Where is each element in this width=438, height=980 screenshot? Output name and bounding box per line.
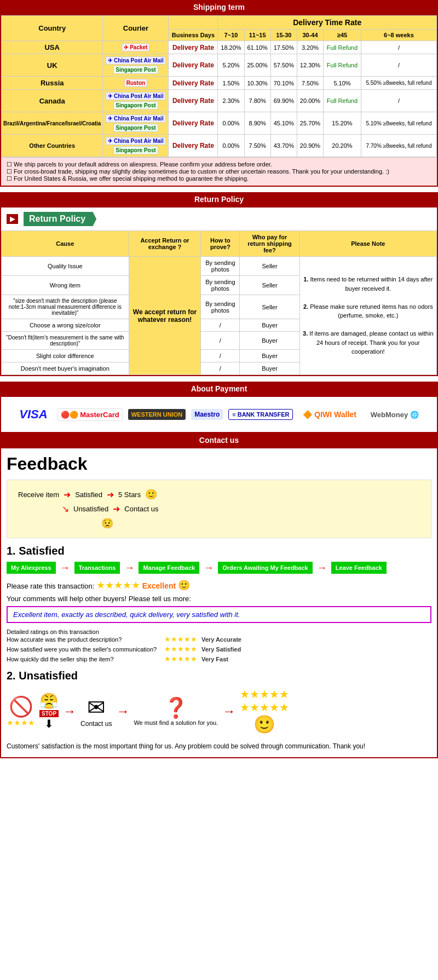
sg-logo: Singapore Post (113, 146, 158, 154)
star-icon: ★★★★★ (164, 635, 197, 643)
rate-15-30: 69.90% (270, 90, 297, 112)
rating-row: How satisfied were you with the seller's… (7, 645, 431, 653)
rate-11-15: 8.90% (244, 112, 270, 135)
return-title-icon: ▶ (7, 214, 18, 224)
unsat-flow: 🚫 ★★★★ 😤 STOP ⬇ → ✉ Contact us → ❓ We mu… (7, 688, 431, 735)
rate-7-10: 0.00% (218, 112, 244, 135)
mastercard-logo: 🔴🟠 MasterCard (57, 408, 123, 421)
return-table: Cause Accept Return or exchange ? How to… (1, 230, 437, 375)
arrow-icon: → (63, 704, 76, 719)
rate-7-10: 5.20% (218, 54, 244, 77)
table-row: Canada ✈ China Post Air Mail Singapore P… (2, 90, 437, 112)
courier-cell: ✈ China Post Air Mail Singapore Post (103, 135, 169, 157)
leave-feedback-button[interactable]: Leave Feedback (331, 562, 387, 574)
rating-row: How quickly did the seller ship the item… (7, 655, 431, 663)
arrow-icon: → (317, 562, 327, 574)
delivery-rate-label: Delivery Rate (169, 90, 218, 112)
return-header: Return Policy (0, 192, 438, 206)
arrow-icon: → (116, 704, 129, 719)
rate-6-8weeks: / (361, 54, 436, 77)
arrow-icon: → (222, 704, 235, 719)
receive-item-label: Receive item (18, 491, 59, 499)
rate-6-8weeks: / (361, 90, 436, 112)
transactions-button[interactable]: Transactions (74, 562, 120, 574)
return-policy-section: Return Policy ▶ Return Policy Cause Acce… (0, 192, 438, 376)
rate-15-30: 45.10% (270, 112, 297, 135)
rate-45: Full Refund (324, 54, 361, 77)
table-row: Other Countries ✈ China Post Air Mail Si… (2, 135, 437, 157)
country-cell: Canada (2, 90, 103, 112)
who-pay-cell: Seller (240, 257, 299, 276)
rating-desc-2: Very Satisfied (201, 646, 241, 653)
packet-logo: ✈ Packet (122, 43, 149, 51)
my-aliexpress-button[interactable]: My Aliexpress (7, 562, 56, 574)
detailed-label: Detailed ratings on this transaction (7, 629, 431, 635)
courier-cell: ✈ Packet (103, 41, 169, 54)
sample-feedback: Excellent item, exactly as described, qu… (7, 606, 431, 623)
who-pay-cell: Seller (240, 295, 299, 319)
country-cell: UK (2, 54, 103, 77)
shipping-note-1: ☐ We ship parcels to your default addres… (7, 161, 431, 168)
rate-45: Full Refund (324, 90, 361, 112)
days-45-header: ≥45 (324, 30, 361, 41)
feedback-section: Feedback Receive item ➜ Satisfied ➜ 5 St… (0, 447, 438, 758)
satisfied-label: Satisfied (75, 491, 102, 499)
flow-row-unsatisfied: ↘ Unsatisfied ➜ Contact us (18, 504, 420, 514)
shipping-note-2: ☐ For cross-broad trade, shipping may sl… (7, 168, 431, 175)
rating-desc-3: Very Fast (201, 656, 228, 662)
rate-11-15: 25.00% (244, 54, 270, 77)
shipping-table: Country Courier Delivery Time Rate Busin… (1, 15, 437, 157)
accept-return-cell: We accept return for whatever reason! (129, 257, 201, 375)
table-row: UK ✈ China Post Air Mail Singapore Post … (2, 54, 437, 77)
rating-question-1: How accurate was the product description… (7, 636, 160, 643)
sg-logo: Singapore Post (113, 124, 158, 132)
unsatisfied-section: 2. Unsatisfied 🚫 ★★★★ 😤 STOP ⬇ → ✉ Conta… (7, 670, 431, 752)
who-pay-cell: Buyer (240, 332, 299, 350)
contact-header: Contact us (0, 433, 438, 447)
table-row: USA ✈ Packet Delivery Rate 18.20% 61.10%… (2, 41, 437, 54)
orders-awaiting-button[interactable]: Orders Awaiting My Feedback (218, 562, 313, 574)
days-15-30-header: 15-30 (270, 30, 297, 41)
rate-45: 15.20% (324, 112, 361, 135)
cause-header: Cause (2, 231, 129, 257)
accept-return-header: Accept Return or exchange ? (129, 231, 201, 257)
how-to-prove-cell: / (201, 362, 240, 375)
western-union-logo: WESTERN UNION (128, 409, 186, 420)
days-30-44-header: 30-44 (297, 30, 323, 41)
how-to-prove-cell: / (201, 332, 240, 350)
qiwi-logo: 🔶 QIWI Wallet (298, 408, 360, 421)
comment-prompt: Your comments will help other buyers! Pl… (7, 595, 431, 603)
satisfied-title: 1. Satisfied (7, 545, 431, 557)
cause-cell: Slight color difference (2, 350, 129, 362)
smile-icon: 🙂 (178, 580, 190, 591)
return-title-bar: ▶ Return Policy (1, 207, 437, 230)
ruston-logo: Ruston (124, 79, 147, 87)
days-7-10-header: 7~10 (218, 30, 244, 41)
visa-logo: VISA (15, 405, 51, 424)
rate-7-10: 0.00% (218, 135, 244, 157)
delivery-rate-label: Delivery Rate (169, 135, 218, 157)
arrow-icon: → (204, 562, 214, 574)
please-note-cell: 1. Items need to be returned within 14 d… (299, 257, 436, 375)
rate-6-8weeks: / (361, 41, 436, 54)
cpam-logo: ✈ China Post Air Mail (106, 92, 166, 100)
rate-30-44: 20.90% (297, 135, 323, 157)
return-title-text: Return Policy (24, 212, 96, 226)
rate-11-15: 61.10% (244, 41, 270, 54)
delivery-rate-label: Delivery Rate (169, 41, 218, 54)
arrow-icon: → (124, 562, 134, 574)
courier-cell: ✈ China Post Air Mail Singapore Post (103, 112, 169, 135)
rate-15-30: 17.50% (270, 41, 297, 54)
shipping-notes: ☐ We ship parcels to your default addres… (1, 157, 437, 186)
delivery-rate-label: Delivery Rate (169, 112, 218, 135)
country-cell: Russia (2, 77, 103, 90)
shipping-header: Shipping term (0, 0, 438, 14)
unhappy-smiley: 😟 (101, 517, 420, 529)
who-pay-cell: Buyer (240, 319, 299, 332)
table-row: Quality Issue We accept return for whate… (2, 257, 437, 276)
country-cell: Other Countries (2, 135, 103, 157)
shipping-section: Shipping term Country Courier Delivery T… (0, 0, 438, 187)
rating-question-2: How satisfied were you with the seller's… (7, 646, 160, 653)
manage-feedback-button[interactable]: Manage Feedback (139, 562, 199, 574)
satisfied-section: 1. Satisfied My Aliexpress → Transaction… (7, 545, 431, 663)
